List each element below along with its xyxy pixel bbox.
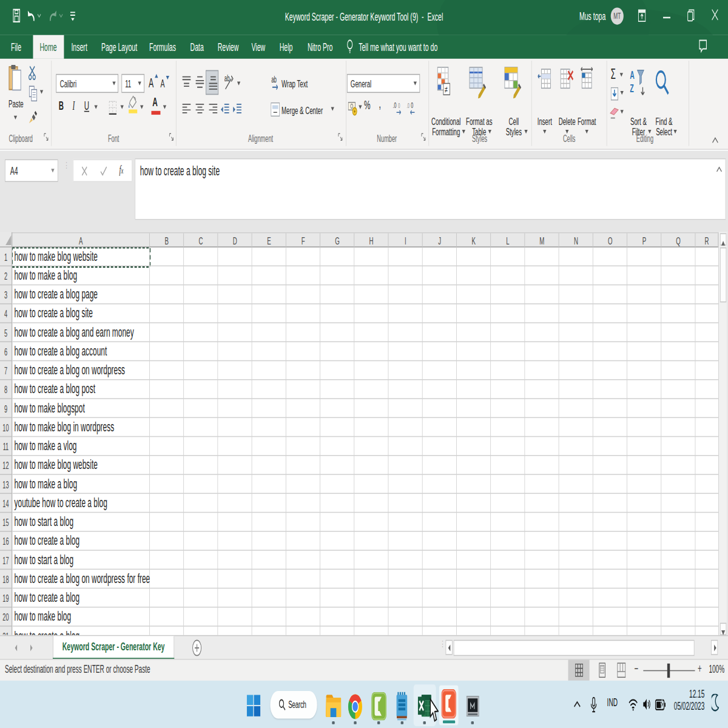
svg-text:0: 0 [398,103,400,110]
svg-text:.0: .0 [406,103,410,110]
svg-text:A: A [630,69,635,81]
svg-text:ab: ab [271,75,277,84]
svg-text:Z: Z [630,81,633,94]
svg-text:0: 0 [411,101,413,110]
svg-text:ab: ab [224,74,230,83]
svg-text:.0: .0 [393,101,396,110]
svg-text:≠: ≠ [445,85,448,95]
